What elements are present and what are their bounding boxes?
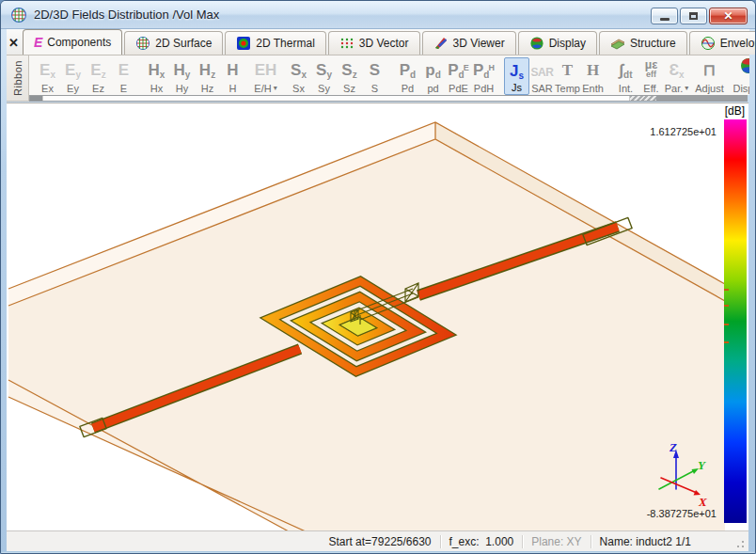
ribbon-side-label: Ribbon <box>12 60 24 96</box>
tab-components[interactable]: E Components <box>23 29 122 55</box>
field-button-pdh[interactable]: PdHPdH <box>471 57 496 95</box>
button-integrate[interactable]: ∫dtInt. <box>613 57 638 95</box>
field-button-sy[interactable]: SySy <box>311 57 337 95</box>
field-button-ey[interactable]: EyEy <box>60 57 86 95</box>
button-par[interactable]: ƐxPar.▾ <box>664 57 689 95</box>
field-button-js-active[interactable]: JsJs <box>504 57 529 95</box>
colorbar-marker <box>724 305 729 307</box>
button-adjust[interactable]: ⊓Adjust <box>697 57 722 95</box>
field-button-hz[interactable]: HzHz <box>195 57 220 95</box>
axis-label-y: Y <box>698 458 706 472</box>
colorbar-marker <box>724 289 729 291</box>
app-mesh-icon <box>10 7 27 24</box>
field-button-h[interactable]: HH <box>220 57 245 95</box>
display-sphere-icon <box>739 57 750 76</box>
tab-label: 3D Vector <box>359 37 409 50</box>
panel-close-button[interactable]: ✕ <box>8 31 19 54</box>
colorbar[interactable] <box>724 119 747 523</box>
scrollbar-thumb[interactable] <box>42 96 630 101</box>
axis-label-z: Z <box>669 440 677 454</box>
model-scene[interactable]: Z Y X <box>7 103 750 531</box>
envelope-wave-icon <box>701 36 716 51</box>
mesh-surface-icon <box>135 36 150 51</box>
structure-layers-icon <box>610 36 625 51</box>
status-model-name: Name: induct2 1/1 <box>591 535 700 548</box>
tab-label: Components <box>47 36 111 49</box>
maximize-button[interactable] <box>680 8 707 24</box>
minimize-button[interactable] <box>651 8 678 24</box>
status-plane: Plane: XY <box>523 535 590 548</box>
viewer-pen-icon <box>433 36 449 51</box>
axis-label-x: X <box>698 495 707 509</box>
field-button-pde[interactable]: PdEPdE <box>446 57 471 95</box>
minimize-icon <box>660 18 669 21</box>
statusbar: Start at=79225/6630 f_exc: 1.000 Plane: … <box>7 530 748 551</box>
field-button-sx[interactable]: SxSx <box>286 57 311 95</box>
scrollbar-track <box>656 96 747 101</box>
scrollbar-left-cap <box>30 96 42 101</box>
ribbon-tabbar: ✕ E Components 2D Surface 2D Thermal <box>7 29 749 55</box>
dropdown-arrow-icon: ▾ <box>685 84 688 92</box>
colorbar-unit-label: [dB] <box>724 104 746 118</box>
field-button-hx[interactable]: HxHx <box>144 57 169 95</box>
tab-label: 2D Surface <box>155 37 212 50</box>
tab-envelope[interactable]: Envelope <box>689 31 756 55</box>
tab-3d-viewer[interactable]: 3D Viewer <box>422 31 516 55</box>
button-eff[interactable]: µεeffEff. <box>638 57 664 95</box>
field-button-eh[interactable]: EHE/H▾ <box>253 57 278 95</box>
tab-label: 2D Thermal <box>256 37 314 50</box>
field-button-temp[interactable]: TTemp <box>555 57 580 95</box>
app-window: 2D/3D Fields Distribution /Vol Max ✕ ✕ E… <box>0 0 756 554</box>
window-title: 2D/3D Fields Distribution /Vol Max <box>34 8 219 22</box>
field-button-pd[interactable]: PdPd <box>395 57 420 95</box>
ribbon-scrollbar[interactable] <box>29 95 748 102</box>
components-icon: E <box>34 35 42 50</box>
status-f-exc: f_exc: 1.000 <box>441 535 523 548</box>
colorbar-min-value: -8.387275e+01 <box>647 508 717 519</box>
close-icon: ✕ <box>723 10 732 22</box>
tab-display[interactable]: Display <box>518 31 597 55</box>
tab-label: 3D Viewer <box>453 37 505 50</box>
field-button-enth[interactable]: HEnth <box>580 57 606 95</box>
colorbar-max-value: 1.612725e+01 <box>650 126 717 137</box>
display-button[interactable]: Display <box>737 57 749 95</box>
field-button-ez[interactable]: EzEz <box>86 57 111 95</box>
vector-field-icon <box>339 36 354 51</box>
tab-2d-thermal[interactable]: 2D Thermal <box>225 31 325 55</box>
tab-3d-vector[interactable]: 3D Vector <box>328 31 420 55</box>
field-button-sz[interactable]: SzSz <box>337 57 362 95</box>
viewport-3d[interactable]: Z Y X [dB] 1.612725e+01 -8.387275e+01 <box>7 103 748 530</box>
tab-structure[interactable]: Structure <box>599 31 687 55</box>
thermal-icon <box>236 36 251 51</box>
tab-label: Display <box>549 37 586 50</box>
tab-label: Structure <box>630 37 676 50</box>
field-button-ex[interactable]: ExEx <box>35 57 60 95</box>
field-button-hy[interactable]: HyHy <box>169 57 195 95</box>
maximize-icon <box>689 12 698 20</box>
tab-2d-surface[interactable]: 2D Surface <box>124 31 223 55</box>
scrollbar-hatch <box>630 96 656 101</box>
status-start: Start at=79225/6630 <box>320 535 439 548</box>
colorbar-marker <box>724 324 729 325</box>
field-button-pd-lower[interactable]: pdpd <box>420 57 446 95</box>
ribbon-collapse-tab[interactable]: Ribbon <box>7 55 29 102</box>
tab-label: Envelope <box>720 37 756 50</box>
ribbon-toolbar: ExEx EyEy EzEz EE HxHx HyHy HzHz HH EHE/… <box>29 55 749 95</box>
field-button-e[interactable]: EE <box>111 57 136 95</box>
resize-grip[interactable] <box>733 537 745 548</box>
colorbar-marker <box>724 341 729 343</box>
close-button[interactable]: ✕ <box>709 8 748 24</box>
dropdown-arrow-icon: ▾ <box>274 84 277 92</box>
titlebar[interactable]: 2D/3D Fields Distribution /Vol Max ✕ <box>1 1 755 29</box>
display-sphere-icon <box>529 36 544 51</box>
field-button-sar[interactable]: SARSAR <box>529 57 555 95</box>
field-button-s[interactable]: SS <box>362 57 387 95</box>
